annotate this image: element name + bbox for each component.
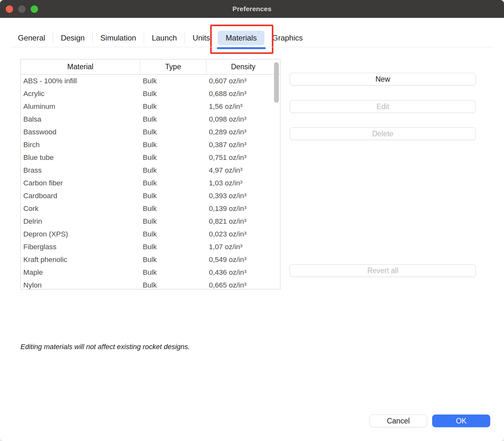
cell-type: Bulk — [140, 102, 206, 111]
cell-density: 1,03 oz/in³ — [206, 179, 280, 187]
cell-type: Bulk — [140, 256, 206, 264]
tab-materials-underline — [217, 47, 266, 49]
cell-density: 0,607 oz/in³ — [206, 77, 280, 85]
delete-button[interactable]: Delete — [290, 127, 476, 140]
tab-materials-wrap: Materials — [218, 31, 264, 45]
revert-all-button[interactable]: Revert all — [290, 264, 476, 277]
materials-note: Editing materials will not affect existi… — [20, 343, 190, 351]
cell-density: 1,56 oz/in³ — [206, 102, 280, 111]
cell-density: 0,387 oz/in³ — [206, 141, 280, 149]
new-button[interactable]: New — [290, 73, 476, 86]
tab-bar: General Design Simulation Launch Units M… — [10, 29, 494, 47]
cell-type: Bulk — [140, 243, 206, 251]
table-row[interactable]: Basswood Bulk 0,289 oz/in³ — [21, 126, 280, 138]
cell-density: 0,549 oz/in³ — [206, 256, 280, 264]
cell-density: 0,393 oz/in³ — [206, 192, 280, 200]
table-row[interactable]: Cork Bulk 0,139 oz/in³ — [21, 202, 280, 215]
table-header-row: Material Type Density — [21, 59, 280, 75]
tab-graphics[interactable]: Graphics — [264, 31, 310, 45]
cancel-button[interactable]: Cancel — [370, 415, 427, 427]
edit-button[interactable]: Edit — [290, 100, 476, 113]
cell-density: 0,665 oz/in³ — [206, 281, 280, 289]
cell-material: Maple — [21, 268, 140, 277]
cell-material: Carbon fiber — [21, 179, 140, 187]
cell-type: Bulk — [140, 230, 206, 238]
cell-material: Basswood — [21, 128, 140, 136]
table-row[interactable]: ABS - 100% infill Bulk 0,607 oz/in³ — [21, 75, 280, 87]
cell-type: Bulk — [140, 179, 206, 187]
cell-type: Bulk — [140, 90, 206, 98]
cell-density: 0,821 oz/in³ — [206, 217, 280, 226]
titlebar: Preferences — [0, 0, 504, 18]
cell-density: 0,289 oz/in³ — [206, 128, 280, 136]
tab-launch[interactable]: Launch — [144, 31, 185, 45]
table-row[interactable]: Birch Bulk 0,387 oz/in³ — [21, 138, 280, 151]
cell-type: Bulk — [140, 281, 206, 289]
column-header-density[interactable]: Density — [206, 59, 280, 74]
column-header-material[interactable]: Material — [21, 59, 140, 74]
cell-material: Aluminum — [21, 102, 140, 111]
cell-material: ABS - 100% infill — [21, 77, 140, 85]
cell-material: Fiberglass — [21, 243, 140, 251]
cell-density: 1,07 oz/in³ — [206, 243, 280, 251]
cell-material: Nylon — [21, 281, 140, 289]
tab-simulation[interactable]: Simulation — [93, 31, 144, 45]
cell-material: Blue tube — [21, 153, 140, 162]
table-body: ABS - 100% infill Bulk 0,607 oz/in³ Acry… — [21, 75, 280, 289]
cell-type: Bulk — [140, 192, 206, 200]
cell-material: Cork — [21, 205, 140, 213]
tabbar-divider-line — [10, 47, 494, 47]
cell-density: 0,751 oz/in³ — [206, 153, 280, 162]
minimize-button[interactable] — [18, 5, 26, 13]
cell-density: 0,023 oz/in³ — [206, 230, 280, 238]
preferences-window: Preferences General Design Simulation La… — [0, 0, 504, 441]
cell-material: Acrylic — [21, 90, 140, 98]
table-row[interactable]: Brass Bulk 4,97 oz/in³ — [21, 164, 280, 177]
table-row[interactable]: Nylon Bulk 0,665 oz/in³ — [21, 279, 280, 289]
cell-type: Bulk — [140, 166, 206, 175]
tab-materials[interactable]: Materials — [218, 31, 264, 45]
tab-design[interactable]: Design — [53, 31, 92, 45]
table-row[interactable]: Delrin Bulk 0,821 oz/in³ — [21, 215, 280, 228]
table-row[interactable]: Aluminum Bulk 1,56 oz/in³ — [21, 100, 280, 113]
cell-type: Bulk — [140, 268, 206, 277]
window-title: Preferences — [233, 5, 271, 13]
tab-general[interactable]: General — [10, 31, 53, 45]
column-header-type[interactable]: Type — [140, 59, 206, 74]
cell-material: Cardboard — [21, 192, 140, 200]
cell-type: Bulk — [140, 153, 206, 162]
cell-density: 4,97 oz/in³ — [206, 166, 280, 175]
cell-type: Bulk — [140, 141, 206, 149]
cell-material: Delrin — [21, 217, 140, 226]
table-row[interactable]: Fiberglass Bulk 1,07 oz/in³ — [21, 241, 280, 253]
table-row[interactable]: Balsa Bulk 0,098 oz/in³ — [21, 113, 280, 126]
table-row[interactable]: Maple Bulk 0,436 oz/in³ — [21, 266, 280, 279]
cell-density: 0,139 oz/in³ — [206, 205, 280, 213]
zoom-button[interactable] — [31, 5, 38, 13]
table-row[interactable]: Depron (XPS) Bulk 0,023 oz/in³ — [21, 228, 280, 241]
table-row[interactable]: Blue tube Bulk 0,751 oz/in³ — [21, 151, 280, 164]
tab-units[interactable]: Units — [185, 31, 218, 45]
cell-material: Depron (XPS) — [21, 230, 140, 238]
cell-material: Kraft phenolic — [21, 256, 140, 264]
cell-type: Bulk — [140, 77, 206, 85]
cell-density: 0,688 oz/in³ — [206, 90, 280, 98]
cell-density: 0,098 oz/in³ — [206, 115, 280, 123]
cell-material: Balsa — [21, 115, 140, 123]
cell-type: Bulk — [140, 128, 206, 136]
cell-type: Bulk — [140, 115, 206, 123]
table-row[interactable]: Cardboard Bulk 0,393 oz/in³ — [21, 190, 280, 202]
cell-material: Birch — [21, 141, 140, 149]
ok-button[interactable]: OK — [432, 415, 490, 427]
table-scrollbar-thumb[interactable] — [274, 62, 279, 103]
traffic-lights — [6, 0, 38, 18]
table-row[interactable]: Carbon fiber Bulk 1,03 oz/in³ — [21, 177, 280, 190]
cell-type: Bulk — [140, 217, 206, 226]
table-row[interactable]: Acrylic Bulk 0,688 oz/in³ — [21, 87, 280, 100]
materials-table: Material Type Density ABS - 100% infill … — [20, 59, 280, 289]
cell-density: 0,436 oz/in³ — [206, 268, 280, 277]
cell-material: Brass — [21, 166, 140, 175]
cell-type: Bulk — [140, 205, 206, 213]
close-button[interactable] — [6, 5, 13, 13]
table-row[interactable]: Kraft phenolic Bulk 0,549 oz/in³ — [21, 253, 280, 266]
